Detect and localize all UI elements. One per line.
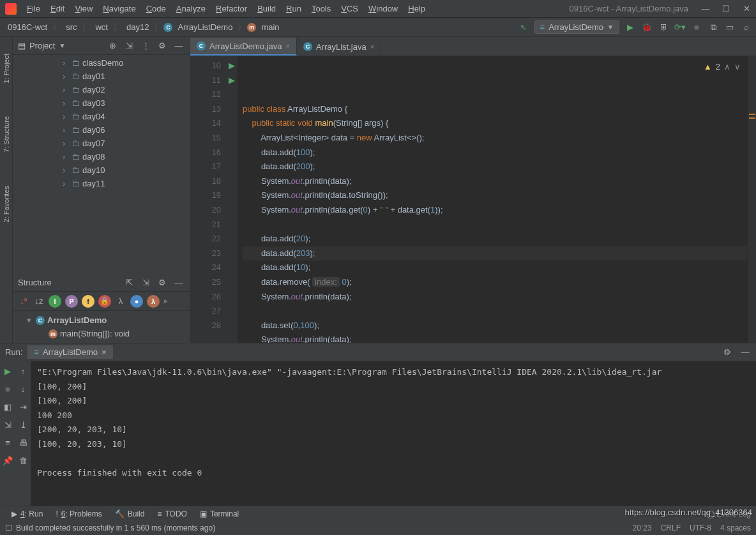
- gear-icon[interactable]: ⚙: [156, 40, 168, 52]
- hide-icon[interactable]: —: [173, 40, 185, 52]
- search-icon[interactable]: ⌕: [741, 22, 752, 33]
- up-icon[interactable]: ↑: [17, 365, 29, 377]
- status-info[interactable]: 4 spaces: [720, 524, 751, 532]
- run-output[interactable]: "E:\Program Files\Java\jdk-11.0.6\bin\ja…: [31, 361, 756, 506]
- expand-icon[interactable]: ⇲: [123, 40, 135, 52]
- sort-alpha-icon[interactable]: ↓ª: [18, 296, 29, 307]
- hide-icon[interactable]: —: [173, 277, 185, 289]
- menu-tools[interactable]: Tools: [306, 4, 336, 13]
- camera-icon[interactable]: ◧: [2, 401, 13, 412]
- maximize-icon[interactable]: ☐: [722, 4, 730, 13]
- code-line[interactable]: data.add(20);: [243, 232, 747, 246]
- status-tab[interactable]: 🔨Build: [109, 509, 151, 518]
- status-tab[interactable]: ≡TODO: [151, 509, 193, 518]
- pin-icon[interactable]: 📌: [2, 455, 13, 466]
- menu-file[interactable]: File: [22, 4, 45, 13]
- tree-item[interactable]: ›🗀day01: [13, 70, 190, 83]
- code-line[interactable]: [243, 218, 747, 232]
- stop-icon[interactable]: ■: [691, 22, 702, 33]
- code-line[interactable]: data.remove( index: 0);: [243, 275, 747, 290]
- status-info[interactable]: CRLF: [661, 524, 681, 532]
- status-tab[interactable]: !6: Problems: [49, 509, 108, 518]
- tree-item[interactable]: ›🗀day11: [13, 177, 190, 190]
- more-icon[interactable]: »: [163, 298, 167, 305]
- menu-navigate[interactable]: Navigate: [98, 4, 140, 13]
- collapse-all-icon[interactable]: ⇲: [140, 277, 151, 289]
- code-line[interactable]: data.add(10);: [243, 260, 747, 275]
- menu-analyze[interactable]: Analyze: [171, 4, 211, 13]
- structure-class[interactable]: ArrayListDemo: [47, 315, 107, 325]
- crumb[interactable]: day12: [123, 21, 153, 33]
- profile-icon[interactable]: ⟳▾: [674, 22, 686, 33]
- sort-visibility-icon[interactable]: ↓z: [33, 296, 45, 307]
- tree-item[interactable]: ›🗀day10: [13, 163, 190, 177]
- crumb[interactable]: ArrayListDemo: [174, 21, 236, 33]
- run-tab[interactable]: ≡ ArrayListDemo ×: [27, 345, 112, 359]
- structure-tree[interactable]: ▾ C ArrayListDemo m main(String[]): void: [13, 311, 190, 343]
- crumb[interactable]: 0916C-wct: [4, 21, 51, 33]
- minimize-icon[interactable]: —: [701, 4, 710, 13]
- crumb[interactable]: wct: [91, 21, 112, 33]
- menu-window[interactable]: Window: [363, 4, 403, 13]
- crumb[interactable]: main: [257, 21, 283, 33]
- tree-item[interactable]: ›🗀day03: [13, 96, 190, 110]
- tree-item[interactable]: ›🗀classDemo: [13, 56, 190, 70]
- menu-edit[interactable]: Edit: [45, 4, 70, 13]
- field-filter-icon[interactable]: f: [82, 295, 94, 308]
- code-line[interactable]: System.out.println(data.toString());: [243, 188, 747, 203]
- stop-icon[interactable]: ■: [2, 383, 13, 395]
- code-line[interactable]: data.add(203);: [243, 246, 747, 261]
- lambda-icon[interactable]: λ: [147, 295, 160, 308]
- inspections-widget[interactable]: ▲ 2 ∧∨: [704, 60, 741, 75]
- sidetab[interactable]: 1: Project: [1, 50, 11, 87]
- gear-icon[interactable]: ⚙: [156, 277, 168, 289]
- menu-vcs[interactable]: VCS: [336, 4, 363, 13]
- code-line[interactable]: public class ArrayListDemo {: [243, 102, 747, 117]
- tree-item[interactable]: ›🗀day08: [13, 150, 190, 163]
- gear-icon[interactable]: ⚙: [722, 347, 733, 358]
- code-line[interactable]: ArrayList<Integer> data = new ArrayList<…: [243, 131, 747, 146]
- locate-icon[interactable]: ⊕: [107, 40, 118, 52]
- status-tab[interactable]: ▣Terminal: [193, 509, 245, 518]
- status-info[interactable]: 20:23: [633, 524, 652, 532]
- debug-icon[interactable]: 🐞: [641, 22, 653, 33]
- trash-icon[interactable]: 🗑: [17, 455, 29, 466]
- project-tree[interactable]: ›🗀classDemo›🗀day01›🗀day02›🗀day03›🗀day04›…: [13, 55, 190, 274]
- status-tab[interactable]: ▶4: Run: [5, 509, 49, 518]
- editor-tab[interactable]: CArrayList.java×: [297, 38, 381, 56]
- menu-run[interactable]: Run: [281, 4, 306, 13]
- structure-icon[interactable]: ▭: [724, 22, 736, 33]
- class-filter-icon[interactable]: I: [49, 295, 61, 308]
- exit-icon[interactable]: ⇲: [2, 419, 13, 430]
- code-line[interactable]: public static void main(String[] args) {: [243, 116, 747, 131]
- code-line[interactable]: System.out.println(data.get(0) + " " + d…: [243, 203, 747, 218]
- sidetab[interactable]: 2: Favorites: [1, 182, 11, 226]
- tree-item[interactable]: ›🗀day06: [13, 123, 190, 137]
- rerun-icon[interactable]: ▶: [2, 365, 13, 377]
- property-filter-icon[interactable]: P: [65, 295, 78, 308]
- down-icon[interactable]: ↓: [17, 383, 29, 395]
- structure-method[interactable]: main(String[]): void: [60, 329, 130, 338]
- code-line[interactable]: data.add(200);: [243, 160, 747, 174]
- layout-icon[interactable]: ≡: [2, 437, 13, 448]
- menu-build[interactable]: Build: [252, 4, 281, 13]
- build-icon[interactable]: ➴: [518, 22, 529, 33]
- tree-item[interactable]: ›🗀day07: [13, 137, 190, 150]
- editor-tab[interactable]: CArrayListDemo.java×: [190, 38, 297, 56]
- collapse-icon[interactable]: ⋮: [140, 40, 151, 52]
- scroll-icon[interactable]: ⤓: [17, 419, 29, 430]
- run-config-combo[interactable]: ≡ ArrayListDemo ▼: [534, 20, 619, 34]
- print-icon[interactable]: 🖶: [17, 437, 29, 448]
- code-line[interactable]: data.add(100);: [243, 146, 747, 160]
- anon-icon[interactable]: λ: [115, 296, 126, 307]
- error-stripe[interactable]: [747, 56, 756, 343]
- vcs-icon[interactable]: ⧉: [707, 22, 719, 33]
- code-editor[interactable]: ▲ 2 ∧∨ public class ArrayListDemo { publ…: [238, 56, 747, 343]
- menu-refactor[interactable]: Refactor: [211, 4, 252, 13]
- close-icon[interactable]: ✕: [742, 4, 751, 13]
- tree-item[interactable]: ›🗀day02: [13, 83, 190, 96]
- sidetab[interactable]: 7: Structure: [1, 112, 11, 156]
- expand-all-icon[interactable]: ⇱: [123, 277, 135, 289]
- wrap-icon[interactable]: ⇥: [17, 401, 29, 412]
- menu-view[interactable]: View: [70, 4, 98, 13]
